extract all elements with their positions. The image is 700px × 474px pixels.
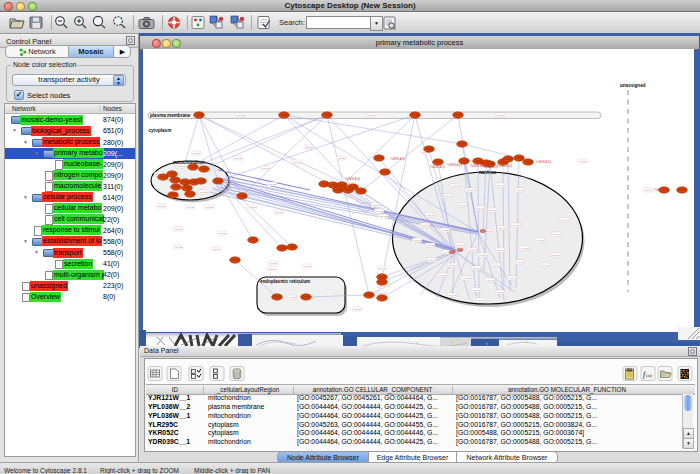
svg-text:Yxx(0): Yxx(0) — [281, 113, 289, 117]
svg-text:cytoplasm: cytoplasm — [149, 128, 172, 133]
svg-text:Yxx (0): Yxx (0) — [212, 248, 220, 251]
svg-text:Yxl36W-A (0): Yxl36W-A (0) — [345, 177, 360, 181]
svg-text:Yxx (0): Yxx (0) — [218, 232, 226, 235]
svg-text:Yxx (0): Yxx (0) — [293, 161, 301, 164]
svg-text:Yxx(0): Yxx(0) — [505, 157, 513, 161]
svg-text:Yxl36W-A (0): Yxl36W-A (0) — [447, 163, 462, 167]
svg-text:endoplasmic reticulum: endoplasmic reticulum — [260, 279, 310, 284]
svg-text:Yxx(0): Yxx(0) — [172, 178, 180, 182]
svg-text:(x): (x) — [646, 373, 652, 378]
svg-text:Yxx(0): Yxx(0) — [461, 159, 469, 163]
svg-text:Yxx(0): Yxx(0) — [366, 293, 374, 297]
svg-text:Yxx (0): Yxx (0) — [579, 160, 587, 163]
svg-text:Yxx(0): Yxx(0) — [182, 180, 190, 184]
svg-text:Yxx(0): Yxx(0) — [412, 113, 420, 117]
svg-text:Yxx (0): Yxx (0) — [421, 224, 429, 227]
svg-text:Yxl36W-A (0): Yxl36W-A (0) — [390, 157, 405, 161]
svg-text:Yxx (0): Yxx (0) — [367, 114, 375, 117]
svg-text:Yxx (0): Yxx (0) — [441, 229, 449, 232]
svg-text:Yxx (0): Yxx (0) — [541, 264, 549, 267]
svg-text:Yxx (0): Yxx (0) — [462, 277, 470, 280]
svg-text:Yxl36W-A (0): Yxl36W-A (0) — [430, 165, 445, 169]
svg-text:Yxx(0): Yxx(0) — [198, 179, 206, 183]
svg-text:Yxx (0): Yxx (0) — [536, 239, 544, 242]
svg-text:Yxx(0): Yxx(0) — [525, 160, 533, 164]
svg-text:Yxx (0): Yxx (0) — [496, 184, 504, 187]
svg-text:Yxl36W-A (0): Yxl36W-A (0) — [654, 188, 669, 192]
svg-text:mitochondrion: mitochondrion — [173, 160, 205, 165]
svg-text:Yxx (0): Yxx (0) — [428, 259, 436, 262]
svg-text:Yxx (0): Yxx (0) — [512, 224, 520, 227]
svg-text:Yxx(0): Yxx(0) — [303, 295, 311, 299]
svg-text:Yxx (0): Yxx (0) — [375, 210, 383, 213]
svg-text:Yxx(0): Yxx(0) — [679, 188, 687, 192]
svg-text:Yxx (0): Yxx (0) — [458, 204, 466, 207]
svg-text:Yxx(0): Yxx(0) — [335, 188, 343, 192]
svg-text:Yxx(0): Yxx(0) — [379, 296, 387, 300]
svg-text:Yxx (0): Yxx (0) — [268, 268, 276, 271]
svg-text:Yxx (0): Yxx (0) — [496, 249, 504, 252]
svg-text:Yxx (0): Yxx (0) — [303, 265, 311, 268]
svg-text:Yxx (0): Yxx (0) — [157, 205, 165, 208]
svg-text:Yxx(0): Yxx(0) — [516, 156, 524, 160]
svg-text:Yxx(0): Yxx(0) — [274, 295, 282, 299]
svg-text:Yxx (0): Yxx (0) — [378, 285, 386, 288]
svg-text:Yxx(0): Yxx(0) — [196, 113, 204, 117]
svg-text:Yxx (0): Yxx (0) — [508, 277, 516, 280]
svg-text:Yxx(0): Yxx(0) — [426, 147, 434, 151]
svg-text:Yxx(0): Yxx(0) — [215, 179, 223, 183]
svg-text:Yxx (0): Yxx (0) — [371, 204, 379, 207]
svg-text:Yxx(0): Yxx(0) — [321, 182, 329, 186]
svg-text:Yxx(0): Yxx(0) — [358, 189, 366, 193]
svg-text:Yxl36W-A (0): Yxl36W-A (0) — [536, 160, 551, 164]
svg-text:Yxx (0): Yxx (0) — [248, 206, 256, 209]
svg-text:Yxx (0): Yxx (0) — [468, 249, 476, 252]
svg-text:Yxx (0): Yxx (0) — [456, 244, 464, 247]
svg-text:Yxx(0): Yxx(0) — [382, 170, 390, 174]
svg-text:Yxx (0): Yxx (0) — [521, 247, 529, 250]
svg-text:Yxx (0): Yxx (0) — [472, 267, 480, 270]
svg-text:Yxx (0): Yxx (0) — [488, 209, 496, 212]
svg-text:Yxx (0): Yxx (0) — [288, 296, 296, 299]
svg-text:Yxx(0): Yxx(0) — [232, 258, 240, 262]
svg-text:Yxx (0): Yxx (0) — [496, 291, 504, 294]
svg-text:Yxx (0): Yxx (0) — [644, 189, 652, 192]
svg-text:Yxx (0): Yxx (0) — [378, 267, 386, 270]
svg-text:Yxx(0): Yxx(0) — [201, 167, 209, 171]
svg-text:Yxx (0): Yxx (0) — [444, 195, 452, 198]
svg-text:Yxx(0): Yxx(0) — [279, 246, 287, 250]
svg-text:Yxl36W-A (0): Yxl36W-A (0) — [497, 164, 512, 168]
svg-text:Yxx (0): Yxx (0) — [448, 294, 456, 297]
svg-text:Yxx (0): Yxx (0) — [261, 167, 269, 170]
svg-text:Yxx (0): Yxx (0) — [486, 279, 494, 282]
svg-text:Yxx(0): Yxx(0) — [160, 175, 168, 179]
svg-text:Yxx (0): Yxx (0) — [413, 239, 421, 242]
svg-text:Yxx (0): Yxx (0) — [205, 206, 213, 209]
svg-text:Yxx (0): Yxx (0) — [472, 289, 480, 292]
svg-text:Yxx (0): Yxx (0) — [199, 191, 207, 194]
svg-text:Yxx(0): Yxx(0) — [376, 156, 384, 160]
svg-text:Yxx(0): Yxx(0) — [187, 192, 195, 196]
svg-text:Yxx (0): Yxx (0) — [174, 228, 182, 231]
svg-text:Yxx(0): Yxx(0) — [190, 165, 198, 169]
svg-text:Yxx (0): Yxx (0) — [476, 207, 484, 210]
svg-text:Yxx (0): Yxx (0) — [426, 214, 434, 217]
svg-text:unassigned: unassigned — [620, 83, 646, 88]
svg-text:plasma membrane: plasma membrane — [150, 113, 191, 118]
svg-text:Yxx(0): Yxx(0) — [339, 183, 347, 187]
svg-text:nucleus: nucleus — [479, 170, 497, 175]
svg-text:Yxx (0): Yxx (0) — [451, 185, 459, 188]
svg-text:Yxx (0): Yxx (0) — [353, 308, 361, 311]
svg-text:Yxx (0): Yxx (0) — [552, 233, 560, 236]
svg-text:Yxx (0): Yxx (0) — [305, 146, 313, 149]
svg-text:Yxx(0): Yxx(0) — [379, 280, 387, 284]
svg-text:Yxx(0): Yxx(0) — [345, 188, 353, 192]
svg-text:Yxx (0): Yxx (0) — [551, 254, 559, 257]
svg-text:Yxx (0): Yxx (0) — [438, 274, 446, 277]
svg-text:Yxx(0): Yxx(0) — [169, 172, 177, 176]
svg-text:Yxx(0): Yxx(0) — [289, 245, 297, 249]
svg-text:Yxx(0): Yxx(0) — [379, 275, 387, 279]
svg-text:Yxx (0): Yxx (0) — [337, 157, 345, 160]
svg-text:Yxx (0): Yxx (0) — [492, 264, 500, 267]
svg-text:Yxx (0): Yxx (0) — [236, 114, 244, 117]
